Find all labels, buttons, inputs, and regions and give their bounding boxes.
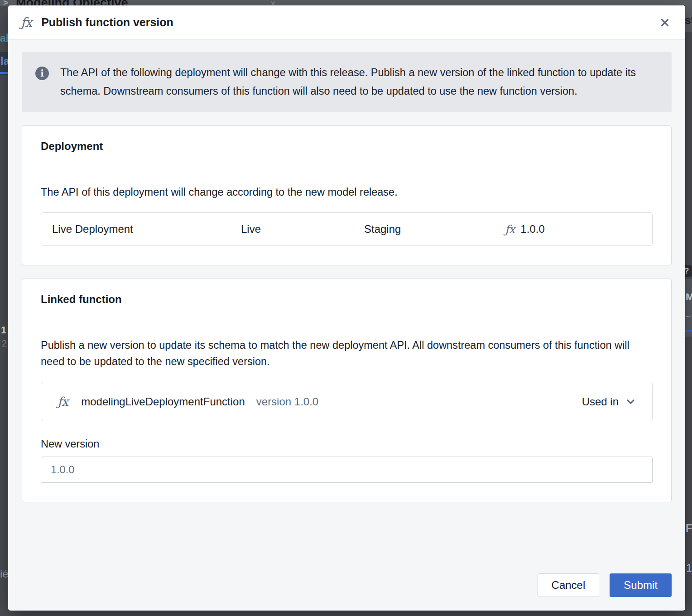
deployment-section: Deployment The API of this deployment wi… bbox=[22, 125, 672, 265]
new-version-label: New version bbox=[41, 438, 653, 450]
backdrop-right-edge: st ? M ~ F 1 bbox=[685, 6, 692, 616]
linked-function-section: Linked function Publish a new version to… bbox=[22, 279, 672, 502]
linked-function-row[interactable]: ƒx modelingLiveDeploymentFunction versio… bbox=[41, 382, 653, 421]
deployment-status: Live bbox=[241, 223, 364, 236]
deployment-row[interactable]: Live Deployment Live Staging ƒx 1.0.0 bbox=[41, 212, 653, 246]
backdrop-fragment: F bbox=[686, 522, 692, 534]
linked-function-section-title: Linked function bbox=[41, 293, 653, 306]
dialog-body: i The API of the following deployment wi… bbox=[8, 40, 685, 611]
dialog-header: ƒx Publish function version bbox=[8, 5, 685, 40]
info-callout: i The API of the following deployment wi… bbox=[22, 52, 672, 112]
backdrop-fragment: 1 bbox=[686, 562, 692, 574]
linked-function-version: version 1.0.0 bbox=[256, 395, 318, 408]
deployment-section-header: Deployment bbox=[22, 126, 671, 167]
close-icon bbox=[659, 17, 671, 29]
function-icon: ƒx bbox=[505, 223, 514, 236]
function-icon: ƒx bbox=[21, 15, 32, 30]
new-version-input[interactable] bbox=[41, 457, 653, 483]
linked-function-section-body: Publish a new version to update its sche… bbox=[22, 320, 671, 502]
backdrop-fragment: 2 bbox=[2, 338, 7, 349]
submit-button[interactable]: Submit bbox=[610, 573, 672, 597]
linked-function-name: modelingLiveDeploymentFunction bbox=[81, 395, 245, 408]
close-button[interactable] bbox=[657, 15, 673, 30]
info-icon: i bbox=[35, 67, 49, 80]
linked-function-description: Publish a new version to update its sche… bbox=[41, 337, 653, 370]
dialog-title: Publish function version bbox=[41, 16, 173, 29]
backdrop-fragment: al bbox=[0, 32, 8, 44]
deployment-section-title: Deployment bbox=[41, 140, 653, 153]
callout-text: The API of the following deployment will… bbox=[60, 63, 658, 101]
linked-function-section-header: Linked function bbox=[22, 279, 671, 320]
deployment-version-number: 1.0.0 bbox=[520, 223, 544, 236]
backdrop-left-edge: al la 1 2 ié bbox=[0, 6, 8, 616]
chevron-down-icon bbox=[625, 396, 636, 407]
deployment-name: Live Deployment bbox=[52, 223, 241, 236]
deployment-description: The API of this deployment will change a… bbox=[41, 184, 653, 200]
function-icon: ƒx bbox=[58, 395, 68, 409]
used-in-label: Used in bbox=[582, 395, 619, 408]
deployment-section-body: The API of this deployment will change a… bbox=[22, 167, 671, 265]
help-badge: ? bbox=[685, 265, 692, 277]
backdrop-fragment: ~ bbox=[686, 312, 691, 322]
backdrop-band-underline bbox=[0, 72, 8, 74]
backdrop-fragment: ié bbox=[0, 568, 8, 580]
dialog-footer: Cancel Submit bbox=[22, 555, 672, 597]
backdrop-fragment: 1 bbox=[1, 324, 6, 336]
deployment-version: ƒx 1.0.0 bbox=[505, 223, 641, 236]
used-in-dropdown[interactable]: Used in bbox=[582, 395, 636, 408]
backdrop-fragment: M bbox=[686, 291, 692, 303]
publish-function-version-dialog: ƒx Publish function version i The API of… bbox=[8, 5, 685, 611]
deployment-environment: Staging bbox=[364, 223, 505, 236]
backdrop-fragment: la bbox=[0, 55, 8, 67]
cancel-button[interactable]: Cancel bbox=[538, 573, 600, 597]
backdrop-band-underline bbox=[685, 330, 692, 332]
backdrop-fragment: st bbox=[685, 14, 692, 27]
backdrop-band bbox=[685, 279, 692, 337]
